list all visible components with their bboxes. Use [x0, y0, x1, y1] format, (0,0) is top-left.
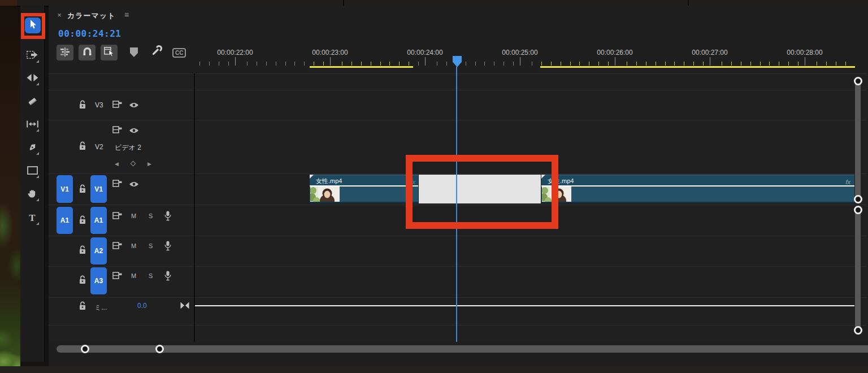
- rectangle-tool[interactable]: [25, 164, 39, 178]
- ruler-tick: [266, 62, 267, 66]
- timeline-settings-button[interactable]: [149, 45, 163, 59]
- a2-mute-button[interactable]: M: [131, 242, 136, 249]
- audio-scroll-handle-bottom[interactable]: [854, 326, 862, 335]
- a1-lock-toggle[interactable]: [79, 215, 86, 224]
- clip-josei-mp4-left[interactable]: 女性.mp4 fx: [310, 175, 418, 203]
- panel-divider: [343, 0, 344, 6]
- master-lock-toggle[interactable]: [79, 301, 86, 310]
- eye-icon: [129, 102, 139, 109]
- ruler-tick: [674, 62, 675, 66]
- a3-mute-button[interactable]: M: [131, 272, 136, 279]
- ruler-tick: [608, 62, 609, 66]
- video-scroll-handle-bottom[interactable]: [854, 195, 862, 203]
- ruler-tick: [817, 62, 817, 66]
- a3-sync-lock-toggle[interactable]: [112, 272, 122, 280]
- v2-track-label[interactable]: V2: [95, 143, 103, 151]
- nest-sequence-button[interactable]: [57, 45, 73, 60]
- razor-tool[interactable]: [25, 96, 39, 109]
- v2-next-keyframe-button[interactable]: ▶: [147, 161, 151, 167]
- ruler-tick: [418, 62, 419, 66]
- ripple-edit-tool[interactable]: [25, 72, 39, 85]
- ruler-tick: [437, 62, 437, 66]
- v1-source-patch[interactable]: V1: [57, 175, 73, 203]
- slip-tool[interactable]: [25, 118, 39, 132]
- a2-sync-lock-toggle[interactable]: [112, 242, 122, 250]
- v3-eye-toggle[interactable]: [129, 102, 139, 109]
- nest-sequence-icon: [60, 47, 70, 58]
- a1-voiceover-button[interactable]: [164, 211, 171, 221]
- annotation-rect-color-matte: [406, 155, 558, 229]
- v2-lock-toggle[interactable]: [79, 141, 86, 150]
- v2-sync-lock-toggle[interactable]: [112, 126, 122, 134]
- v2-track-name[interactable]: ビデオ 2: [115, 143, 141, 153]
- eye-icon: [129, 181, 139, 188]
- master-volume-value[interactable]: 0.0: [137, 302, 147, 310]
- ruler-tick: [722, 62, 722, 66]
- panel-divider: [688, 0, 689, 6]
- panel-tab-title[interactable]: カラーマット: [67, 11, 116, 21]
- a3-lock-toggle[interactable]: [79, 275, 86, 284]
- a1-track-target[interactable]: A1: [90, 207, 107, 234]
- v3-track-label[interactable]: V3: [95, 101, 103, 109]
- ruler-tick: [693, 62, 694, 66]
- v1-track-target[interactable]: V1: [90, 175, 107, 203]
- ruler-tick: [805, 57, 805, 66]
- open-lock-icon: [79, 275, 86, 284]
- add-marker-button[interactable]: [129, 47, 138, 58]
- ruler-tick: [446, 62, 447, 66]
- hand-tool[interactable]: [25, 188, 39, 201]
- sync-lock-icon: [112, 101, 122, 109]
- a3-solo-button[interactable]: S: [149, 272, 153, 279]
- linked-selection-icon: [104, 47, 115, 58]
- ruler-tick: [598, 62, 599, 66]
- playhead-timecode[interactable]: 00:00:24:21: [58, 28, 121, 39]
- track-select-forward-tool[interactable]: [25, 49, 39, 63]
- clip-name: 女性.mp4: [310, 177, 342, 184]
- a1-mute-button[interactable]: M: [131, 212, 136, 219]
- v2-prev-keyframe-button[interactable]: ◀: [115, 161, 119, 167]
- master-track-label[interactable]: ミ...: [94, 303, 107, 313]
- zoom-handle-left[interactable]: [81, 345, 89, 353]
- audio-tracks-scrollbar[interactable]: [855, 206, 861, 333]
- a2-track-target[interactable]: A2: [90, 237, 107, 264]
- linked-selection-button[interactable]: [101, 45, 118, 60]
- microphone-icon: [164, 271, 171, 281]
- v1-eye-toggle[interactable]: [129, 181, 139, 188]
- a3-voiceover-button[interactable]: [164, 271, 171, 281]
- v3-sync-lock-toggle[interactable]: [112, 101, 122, 109]
- ruler-tick: [399, 62, 400, 66]
- a1-sync-lock-toggle[interactable]: [112, 212, 122, 220]
- desktop-corner: [0, 0, 17, 6]
- magnet-icon: [83, 47, 92, 58]
- type-tool[interactable]: T: [25, 211, 39, 225]
- a2-solo-button[interactable]: S: [149, 242, 153, 249]
- captions-button[interactable]: CC: [172, 48, 186, 58]
- snap-button[interactable]: [79, 45, 96, 60]
- a2-voiceover-button[interactable]: [164, 241, 171, 251]
- a3-track-target[interactable]: A3: [90, 267, 107, 294]
- video-scroll-handle-top[interactable]: [854, 77, 862, 85]
- master-keyframe-toggle[interactable]: [180, 302, 189, 309]
- v2-eye-toggle[interactable]: [129, 127, 139, 134]
- microphone-icon: [164, 211, 171, 221]
- a1-solo-button[interactable]: S: [149, 212, 153, 219]
- ruler-label: 00:00:22:00: [217, 49, 253, 57]
- panel-menu-button[interactable]: ≡: [124, 10, 128, 19]
- marker-icon: [130, 47, 138, 57]
- clip-josei-mp4-right[interactable]: 女性.mp4 fx: [541, 175, 854, 203]
- pen-tool[interactable]: [25, 141, 39, 155]
- zoom-handle-right[interactable]: [155, 345, 164, 353]
- a2-lock-toggle[interactable]: [79, 245, 86, 254]
- v3-lock-toggle[interactable]: [79, 100, 86, 109]
- ruler-tick: [656, 62, 656, 66]
- video-tracks-scrollbar[interactable]: [855, 77, 861, 202]
- panel-close-button[interactable]: ×: [55, 11, 64, 20]
- audio-scroll-handle-top[interactable]: [854, 206, 862, 214]
- microphone-icon: [164, 241, 171, 251]
- master-volume-rubber-band[interactable]: [195, 305, 854, 306]
- desktop-background: [0, 0, 20, 373]
- v1-sync-lock-toggle[interactable]: [112, 180, 122, 188]
- v1-lock-toggle[interactable]: [79, 184, 86, 193]
- a1-source-patch[interactable]: A1: [57, 207, 73, 234]
- horizontal-zoom-scrollbar[interactable]: [57, 345, 868, 353]
